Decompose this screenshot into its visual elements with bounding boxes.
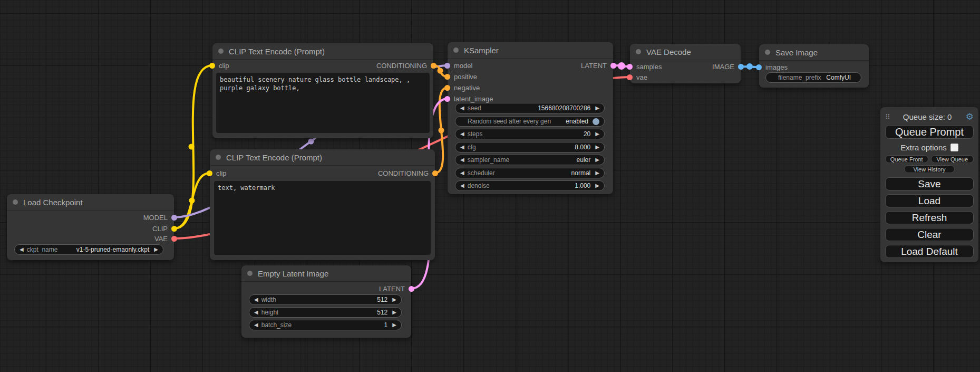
port-dot[interactable] [209,63,215,69]
output-port-conditioning[interactable]: CONDITIONING [376,60,436,71]
port-dot[interactable] [738,64,744,70]
seed-widget[interactable]: ◀ seed 156680208700286 ▶ [455,103,605,113]
left-arrow-icon[interactable]: ◀ [20,247,24,252]
scheduler-widget[interactable]: ◀ scheduler normal ▶ [455,168,605,178]
sampler-name-widget[interactable]: ◀ sampler_name euler ▶ [455,155,605,165]
right-arrow-icon[interactable]: ▶ [595,131,599,137]
collapse-dot-icon[interactable] [218,49,224,54]
clear-button[interactable]: Clear [885,228,974,241]
port-dot[interactable] [627,64,633,70]
left-arrow-icon[interactable]: ◀ [460,170,464,176]
port-dot[interactable] [756,64,762,70]
output-port-vae[interactable]: VAE [154,233,177,244]
output-port-latent[interactable]: LATENT [581,60,616,71]
port-dot[interactable] [171,236,177,242]
node-header[interactable]: Empty Latent Image [241,265,411,282]
port-dot[interactable] [171,226,177,232]
toggle-dot[interactable] [593,118,599,125]
load-button[interactable]: Load [885,194,974,207]
collapse-dot-icon[interactable] [247,271,253,276]
save-button[interactable]: Save [885,177,974,190]
load-default-button[interactable]: Load Default [885,245,974,258]
extra-options-checkbox[interactable] [950,144,958,151]
input-port-samples[interactable]: samples [627,61,662,72]
node-vae-decode[interactable]: VAE Decode samples vae IMAGE [630,44,741,83]
node-graph-canvas[interactable]: Load Checkpoint MODEL CLIP VAE ◀ ckpt_na… [0,0,980,372]
refresh-button[interactable]: Refresh [885,211,974,224]
width-widget[interactable]: ◀ width 512 ▶ [249,294,402,305]
port-dot[interactable] [444,96,450,102]
port-dot[interactable] [207,170,212,176]
port-dot[interactable] [627,74,633,80]
random-seed-widget[interactable]: Random seed after every gen enabled [455,116,605,127]
right-arrow-icon[interactable]: ▶ [392,297,396,302]
port-dot[interactable] [610,63,616,69]
node-empty-latent-image[interactable]: Empty Latent Image LATENT ◀ width 512 ▶ … [241,265,411,338]
left-arrow-icon[interactable]: ◀ [460,183,464,188]
collapse-dot-icon[interactable] [13,199,18,205]
left-arrow-icon[interactable]: ◀ [460,145,464,150]
right-arrow-icon[interactable]: ▶ [595,183,599,188]
output-port-model[interactable]: MODEL [143,212,177,223]
left-arrow-icon[interactable]: ◀ [460,106,464,111]
ckpt-name-widget[interactable]: ◀ ckpt_name v1-5-pruned-emaonly.ckpt ▶ [14,244,163,255]
left-arrow-icon[interactable]: ◀ [460,131,464,137]
right-arrow-icon[interactable]: ▶ [595,157,599,163]
node-save-image[interactable]: Save Image images filename_prefix ComfyU… [759,44,869,88]
gear-icon[interactable]: ⚙ [966,112,974,121]
port-dot[interactable] [171,215,177,221]
steps-widget[interactable]: ◀ steps 20 ▶ [455,129,605,139]
right-arrow-icon[interactable]: ▶ [595,106,599,111]
queue-front-button[interactable]: Queue Front [885,155,928,163]
collapse-dot-icon[interactable] [216,155,221,160]
input-port-vae[interactable]: vae [627,72,647,83]
collapse-dot-icon[interactable] [765,50,770,55]
right-arrow-icon[interactable]: ▶ [154,247,158,252]
batch-size-widget[interactable]: ◀ batch_size 1 ▶ [249,320,402,330]
node-header[interactable]: CLIP Text Encode (Prompt) [210,149,435,166]
height-widget[interactable]: ◀ height 512 ▶ [249,307,402,318]
node-header[interactable]: VAE Decode [630,44,741,60]
port-dot[interactable] [409,286,414,292]
port-dot[interactable] [431,63,436,69]
view-queue-button[interactable]: View Queue [931,155,974,163]
left-arrow-icon[interactable]: ◀ [254,310,258,315]
prompt-textarea[interactable]: text, watermark [214,181,431,255]
right-arrow-icon[interactable]: ▶ [392,322,396,328]
collapse-dot-icon[interactable] [453,47,459,53]
left-arrow-icon[interactable]: ◀ [254,297,258,302]
port-dot[interactable] [444,63,450,69]
node-clip-text-encode-negative[interactable]: CLIP Text Encode (Prompt) clip CONDITION… [210,149,435,260]
port-dot[interactable] [444,85,450,91]
output-port-image[interactable]: IMAGE [712,61,744,72]
denoise-widget[interactable]: ◀ denoise 1.000 ▶ [455,180,605,191]
right-arrow-icon[interactable]: ▶ [595,170,599,176]
node-header[interactable]: KSampler [448,42,613,59]
port-dot[interactable] [432,170,438,176]
output-port-conditioning[interactable]: CONDITIONING [378,168,438,179]
node-header[interactable]: Save Image [759,44,869,61]
node-ksampler[interactable]: KSampler model positive negative latent_… [448,42,613,194]
output-port-latent[interactable]: LATENT [379,283,414,294]
node-clip-text-encode-positive[interactable]: CLIP Text Encode (Prompt) clip CONDITION… [212,43,433,138]
left-arrow-icon[interactable]: ◀ [460,157,464,163]
filename-prefix-widget[interactable]: filename_prefix ComfyUI [765,72,861,83]
input-port-clip[interactable]: clip [209,60,229,71]
right-arrow-icon[interactable]: ▶ [595,145,599,150]
input-port-positive[interactable]: positive [444,71,477,82]
input-port-model[interactable]: model [444,60,472,71]
right-arrow-icon[interactable]: ▶ [392,310,396,315]
input-port-clip[interactable]: clip [207,168,227,179]
input-port-images[interactable]: images [756,62,788,73]
node-header[interactable]: CLIP Text Encode (Prompt) [212,43,433,60]
left-arrow-icon[interactable]: ◀ [254,322,258,328]
prompt-textarea[interactable]: beautiful scenery nature glass bottle la… [216,73,430,133]
drag-handle-icon[interactable]: ⠿ [885,113,889,121]
input-port-negative[interactable]: negative [444,82,480,93]
node-load-checkpoint[interactable]: Load Checkpoint MODEL CLIP VAE ◀ ckpt_na… [7,194,174,260]
collapse-dot-icon[interactable] [636,49,641,54]
output-port-clip[interactable]: CLIP [152,223,177,234]
node-header[interactable]: Load Checkpoint [7,194,174,211]
cfg-widget[interactable]: ◀ cfg 8.000 ▶ [455,142,605,152]
view-history-button[interactable]: View History [904,165,955,173]
